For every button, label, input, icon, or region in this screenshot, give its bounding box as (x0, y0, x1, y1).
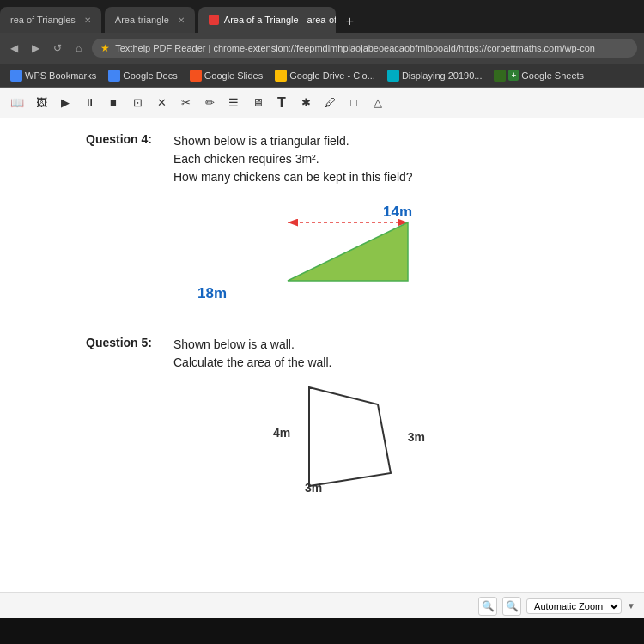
toolbar-play-icon[interactable]: ▶ (55, 93, 76, 113)
new-tab-button[interactable]: + (339, 10, 361, 33)
bookmark-slides[interactable]: Google Slides (186, 69, 267, 82)
tab-favicon (209, 15, 219, 25)
toolbar-list-icon[interactable]: ☰ (223, 93, 244, 113)
tab-area-triangles[interactable]: rea of Triangles ✕ (0, 7, 101, 33)
question-5-text: Shown below is a wall. Calculate the are… (173, 336, 331, 372)
bookmark-wps[interactable]: WPS Bookmarks (7, 69, 100, 82)
bookmark-docs[interactable]: Google Docs (105, 69, 181, 82)
dim-3m-bottom-label: 3m (305, 481, 322, 495)
bookmark-icon-sheets (494, 70, 506, 82)
toolbar-cursor-icon[interactable]: ✕ (151, 93, 172, 113)
q5-line1: Shown below is a wall. (173, 336, 331, 354)
bookmark-icon-docs (108, 70, 120, 82)
tab-close-icon[interactable]: ✕ (84, 15, 91, 25)
triangle-diagram: 14m 18m (189, 195, 429, 315)
bookmark-drive[interactable]: Google Drive - Clo... (271, 69, 379, 82)
toolbar-stop-icon[interactable]: ■ (103, 93, 124, 113)
zoom-select[interactable]: Automatic Zoom (526, 598, 622, 614)
dim-4m-label: 4m (273, 426, 290, 440)
toolbar-star-icon[interactable]: ✱ (295, 93, 316, 113)
toolbar-pencil-icon[interactable]: ✏ (199, 93, 220, 113)
home-button[interactable]: ⌂ (72, 40, 85, 56)
content-area: Question 4: Shown below is a triangular … (0, 118, 644, 533)
tab-area-triangle[interactable]: Area-triangle ✕ (105, 7, 195, 33)
q4-line3: How many chickens can be kept in this fi… (173, 168, 413, 186)
question-4-label: Question 4: (86, 132, 163, 146)
zoom-chevron: ▼ (627, 601, 635, 611)
bookmark-icon-slides (190, 70, 202, 82)
toolbar-book-icon[interactable]: 📖 (7, 93, 27, 113)
tab-area-active[interactable]: Area of a Triangle - area-of-a-tri... ✕ (198, 7, 336, 33)
laptop-frame: rea of Triangles ✕ Area-triangle ✕ Area … (0, 0, 644, 644)
browser-chrome: rea of Triangles ✕ Area-triangle ✕ Area … (0, 0, 644, 118)
question-5-row: Question 5: Shown below is a wall. Calcu… (86, 336, 618, 372)
zoom-bar: 🔍 🔍 Automatic Zoom ▼ (0, 592, 644, 618)
bookmark-label: Displaying 20190... (402, 70, 483, 81)
dim-3m-right-label: 3m (408, 430, 425, 444)
bookmark-icon-drive (275, 70, 287, 82)
forward-button[interactable]: ▶ (28, 40, 43, 56)
tab-bar: rea of Triangles ✕ Area-triangle ✕ Area … (0, 0, 644, 33)
question-4-text: Shown below is a triangular field. Each … (173, 132, 413, 186)
url-text: Texthelp PDF Reader | chrome-extension:/… (115, 43, 595, 53)
wall-diagram: 4m 3m 3m (258, 379, 429, 499)
url-bar[interactable]: ★ Texthelp PDF Reader | chrome-extension… (92, 39, 637, 58)
bookmark-displaying[interactable]: Displaying 20190... (384, 69, 486, 82)
content-wrapper: Question 4: Shown below is a triangular … (0, 118, 644, 618)
address-bar: ◀ ▶ ↺ ⌂ ★ Texthelp PDF Reader | chrome-e… (0, 33, 644, 64)
bookmark-sheets-badge: + (508, 70, 519, 81)
toolbar: 📖 🖼 ▶ ⏸ ■ ⊡ ✕ ✂ ✏ ☰ 🖥 T ✱ 🖊 □ △ (0, 88, 644, 118)
bookmark-icon-wps (10, 70, 22, 82)
star-icon: ★ (100, 42, 110, 54)
toolbar-text-icon[interactable]: T (271, 93, 292, 113)
zoom-search-btn1[interactable]: 🔍 (478, 597, 497, 616)
toolbar-pen-icon[interactable]: 🖊 (319, 93, 340, 113)
toolbar-scissors-icon[interactable]: ✂ (175, 93, 196, 113)
toolbar-select-icon[interactable]: ⊡ (127, 93, 148, 113)
tab-label: Area of a Triangle - area-of-a-tri... (224, 15, 336, 25)
bookmark-label: Google Docs (123, 70, 178, 81)
q4-line1: Shown below is a triangular field. (173, 132, 413, 150)
bookmark-sheets[interactable]: + Google Sheets (490, 69, 587, 82)
question-5-label: Question 5: (86, 336, 163, 349)
toolbar-square-icon[interactable]: □ (343, 93, 364, 113)
bookmarks-bar: WPS Bookmarks Google Docs Google Slides … (0, 64, 644, 88)
bookmark-label: Google Drive - Clo... (289, 70, 375, 81)
q5-line2: Calculate the area of the wall. (173, 354, 331, 372)
q4-line2: Each chicken requires 3m². (173, 150, 413, 168)
toolbar-triangle-icon[interactable]: △ (368, 93, 388, 113)
bookmark-label: Google Sheets (521, 70, 584, 81)
triangle-svg (189, 195, 429, 315)
toolbar-screen-icon[interactable]: 🖥 (247, 93, 268, 113)
bookmark-label: Google Slides (204, 70, 264, 81)
tab-label: Area-triangle (115, 15, 169, 25)
bookmark-label: WPS Bookmarks (25, 70, 96, 81)
toolbar-pause-icon[interactable]: ⏸ (79, 93, 100, 113)
question-4-block: Question 4: Shown below is a triangular … (86, 132, 618, 315)
triangle-shape (288, 222, 408, 281)
toolbar-image-icon[interactable]: 🖼 (31, 93, 52, 113)
question-5-block: Question 5: Shown below is a wall. Calcu… (86, 336, 618, 499)
tab-close-icon[interactable]: ✕ (178, 15, 185, 25)
question-4-row: Question 4: Shown below is a triangular … (86, 132, 618, 186)
zoom-search-btn2[interactable]: 🔍 (502, 597, 521, 616)
tab-label: rea of Triangles (10, 15, 76, 25)
bookmark-icon-displaying (387, 70, 399, 82)
refresh-button[interactable]: ↺ (50, 40, 65, 56)
back-button[interactable]: ◀ (7, 40, 21, 56)
wall-shape (309, 387, 391, 486)
